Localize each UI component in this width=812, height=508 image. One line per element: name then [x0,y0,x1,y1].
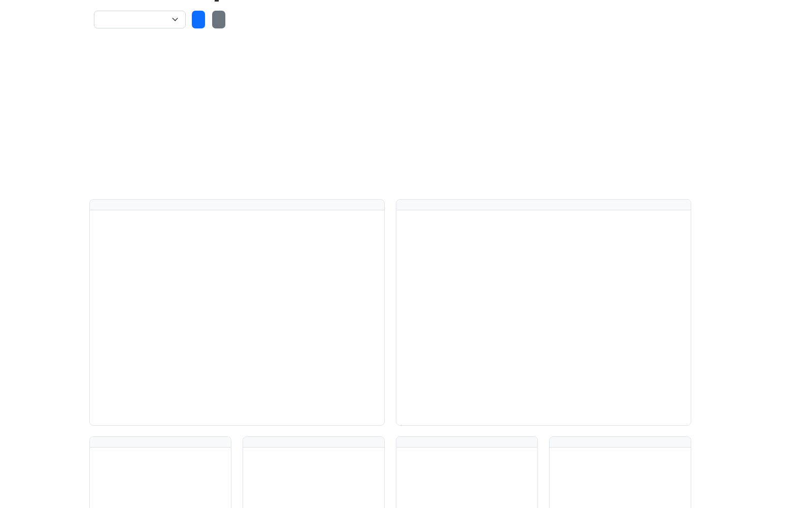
top-states-entries-card [549,436,691,508]
download-ytd-csv-button[interactable] [192,11,205,28]
visits-chart-title [90,200,384,210]
visitor-stats-row [89,45,691,107]
stat-card-unique-ips-sessions [549,121,691,183]
top-visitor-states-title [243,437,384,448]
top-visitor-countries-card [89,436,231,508]
entries-chart-canvas [396,210,691,212]
filter-csv-select[interactable] [94,11,186,28]
entries-per-day-chart-card [396,199,691,426]
top-states-entries-title [550,437,691,448]
entry-stats-row [89,121,691,183]
stat-card-conversion-rate [549,45,691,107]
top-countries-entries-card [396,436,538,508]
top-visitor-countries-title [90,437,231,448]
top-visitor-states-card [243,436,385,508]
stat-card-unique-visitor-sessions [396,45,538,107]
entries-chart-title [396,200,691,210]
cut-off-title-fragment [215,0,219,2]
download-week1-csv-button[interactable] [212,11,225,28]
csv-toolbar [89,0,691,28]
chevron-down-icon [172,16,179,23]
stat-card-unique-emails [396,121,538,183]
visits-per-day-chart-card [89,199,385,426]
stat-card-unique-visitor-ips [243,45,385,107]
stat-card-total-entries [89,121,231,183]
visits-chart-canvas [90,210,384,212]
stat-card-unique-users [243,121,385,183]
dashboard-page [89,0,691,508]
stat-card-total-visits [89,45,231,107]
top-countries-entries-title [396,437,537,448]
charts-row [89,199,691,426]
top-lists-row [89,436,691,508]
